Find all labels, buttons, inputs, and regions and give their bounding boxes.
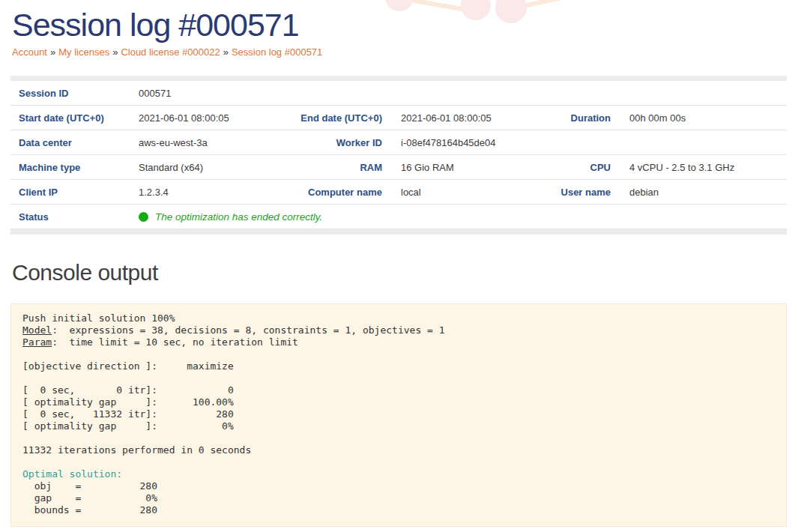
end-date-value: 2021-06-01 08:00:05 <box>382 112 539 124</box>
worker-id-value: i-08ef478164b45de04 <box>382 137 539 148</box>
status-label: Status <box>19 211 139 223</box>
duration-label: Duration <box>539 112 611 124</box>
table-row-client: Client IP 1.2.3.4 Computer name local Us… <box>10 180 787 205</box>
console-output-heading: Console output <box>12 260 787 285</box>
status-ok-icon <box>139 212 148 222</box>
console-text: : time limit = 10 sec, no iteration limi… <box>22 336 298 456</box>
console-param-keyword: Param <box>22 336 52 348</box>
console-text: Push initial solution 100% <box>22 312 175 324</box>
computer-name-label: Computer name <box>262 187 382 198</box>
session-log-page: Session log #000571 Account»My licenses»… <box>0 0 798 527</box>
console-text: obj = 280 gap = 0% bounds = 280 <box>22 480 157 516</box>
worker-id-label: Worker ID <box>262 137 382 148</box>
machine-type-label: Machine type <box>19 162 139 173</box>
machine-type-value: Standard (x64) <box>139 162 262 173</box>
table-row-session-id: Session ID 000571 <box>10 81 787 106</box>
table-row-status: Status The optimization has ended correc… <box>10 205 787 229</box>
breadcrumb: Account»My licenses»Cloud license #00002… <box>12 46 787 58</box>
table-top-band <box>10 76 787 81</box>
cpu-value: 4 vCPU - 2.5 to 3.1 GHz <box>611 162 787 173</box>
breadcrumb-session-log-link[interactable]: Session log #000571 <box>232 46 322 58</box>
computer-name-value: local <box>382 187 539 198</box>
breadcrumb-separator: » <box>223 46 229 58</box>
console-text: : expressions = 38, decisions = 8, const… <box>52 324 444 336</box>
status-value: The optimization has ended correctly. <box>139 211 787 223</box>
ram-value: 16 Gio RAM <box>382 162 539 173</box>
data-center-label: Data center <box>19 137 139 148</box>
page-title: Session log #000571 <box>12 6 787 43</box>
session-id-value: 000571 <box>139 88 787 99</box>
cpu-label: CPU <box>539 162 611 173</box>
ram-label: RAM <box>262 162 382 173</box>
client-ip-value: 1.2.3.4 <box>139 187 262 198</box>
status-message: The optimization has ended correctly. <box>155 211 322 223</box>
duration-value: 00h 00m 00s <box>611 112 787 124</box>
table-row-machine: Machine type Standard (x64) RAM 16 Gio R… <box>10 155 787 180</box>
breadcrumb-separator: » <box>112 46 118 58</box>
table-row-datacenter: Data center aws-eu-west-3a Worker ID i-0… <box>10 130 787 155</box>
end-date-label: End date (UTC+0) <box>262 112 382 124</box>
console-optimal-solution-keyword: Optimal solution: <box>22 468 122 480</box>
user-name-label: User name <box>539 187 611 198</box>
breadcrumb-separator: » <box>50 46 55 58</box>
breadcrumb-account-link[interactable]: Account <box>12 46 47 58</box>
console-model-keyword: Model <box>22 324 52 336</box>
client-ip-label: Client IP <box>19 187 139 198</box>
breadcrumb-cloud-license-link[interactable]: Cloud license #000022 <box>121 46 220 58</box>
console-output-log: Push initial solution 100% Model: expres… <box>10 303 787 527</box>
table-bottom-band <box>10 229 787 235</box>
breadcrumb-my-licenses-link[interactable]: My licenses <box>58 46 109 58</box>
user-name-value: debian <box>611 187 787 198</box>
table-row-dates: Start date (UTC+0) 2021-06-01 08:00:05 E… <box>10 106 787 130</box>
start-date-label: Start date (UTC+0) <box>19 112 139 124</box>
start-date-value: 2021-06-01 08:00:05 <box>139 112 262 124</box>
session-id-label: Session ID <box>19 88 139 99</box>
session-details-table: Session ID 000571 Start date (UTC+0) 202… <box>10 76 787 235</box>
data-center-value: aws-eu-west-3a <box>139 137 262 148</box>
